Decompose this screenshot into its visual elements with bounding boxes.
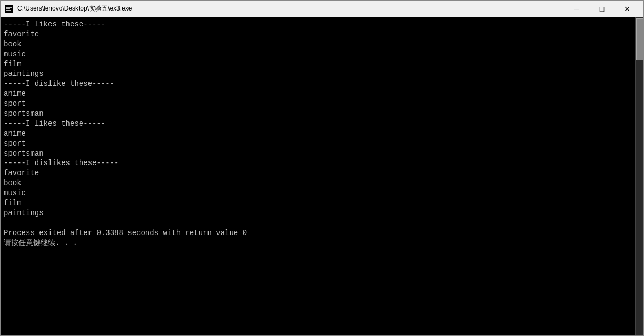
console-line: 请按任意键继续. . . <box>4 238 632 248</box>
console-line: favorite <box>4 29 632 39</box>
console-line: Process exited after 0.3388 seconds with… <box>4 228 632 238</box>
console-line: film <box>4 198 632 208</box>
console-line: paintings <box>4 69 632 79</box>
window: C:\Users\lenovo\Desktop\实验五\ex3.exe ─ □ … <box>0 0 644 336</box>
console-line: anime <box>4 89 632 99</box>
console-line: sport <box>4 99 632 109</box>
console-line: book <box>4 39 632 49</box>
console-line: anime <box>4 129 632 139</box>
maximize-button[interactable]: □ <box>590 1 614 17</box>
window-title: C:\Users\lenovo\Desktop\实验五\ex3.exe <box>17 4 132 13</box>
console-line: book <box>4 178 632 188</box>
title-bar: C:\Users\lenovo\Desktop\实验五\ex3.exe ─ □ … <box>1 1 643 17</box>
console-area: -----I likes these-----favoritebookmusic… <box>1 17 643 335</box>
close-button[interactable]: ✕ <box>615 1 639 17</box>
console-line: -----I dislikes these----- <box>4 158 632 168</box>
svg-rect-2 <box>6 8 10 9</box>
console-line: -----I likes these----- <box>4 119 632 129</box>
svg-rect-3 <box>6 10 11 11</box>
app-icon <box>5 5 13 13</box>
scrollbar[interactable] <box>635 17 643 335</box>
console-line: music <box>4 188 632 198</box>
title-bar-controls: ─ □ ✕ <box>564 1 639 17</box>
console-line: music <box>4 49 632 59</box>
svg-rect-1 <box>6 7 12 8</box>
console-line: film <box>4 59 632 69</box>
console-line: -----I likes these----- <box>4 19 632 29</box>
console-line: paintings <box>4 208 632 218</box>
console-line: sportsman <box>4 109 632 119</box>
console-output: -----I likes these-----favoritebookmusic… <box>1 17 635 335</box>
title-bar-left: C:\Users\lenovo\Desktop\实验五\ex3.exe <box>5 4 132 13</box>
console-line: ________________________________ <box>4 218 632 228</box>
scrollbar-thumb[interactable] <box>636 18 643 60</box>
console-line: -----I dislike these----- <box>4 79 632 89</box>
console-line: sportsman <box>4 149 632 159</box>
console-line: sport <box>4 139 632 149</box>
console-line: favorite <box>4 168 632 178</box>
minimize-button[interactable]: ─ <box>564 1 589 17</box>
